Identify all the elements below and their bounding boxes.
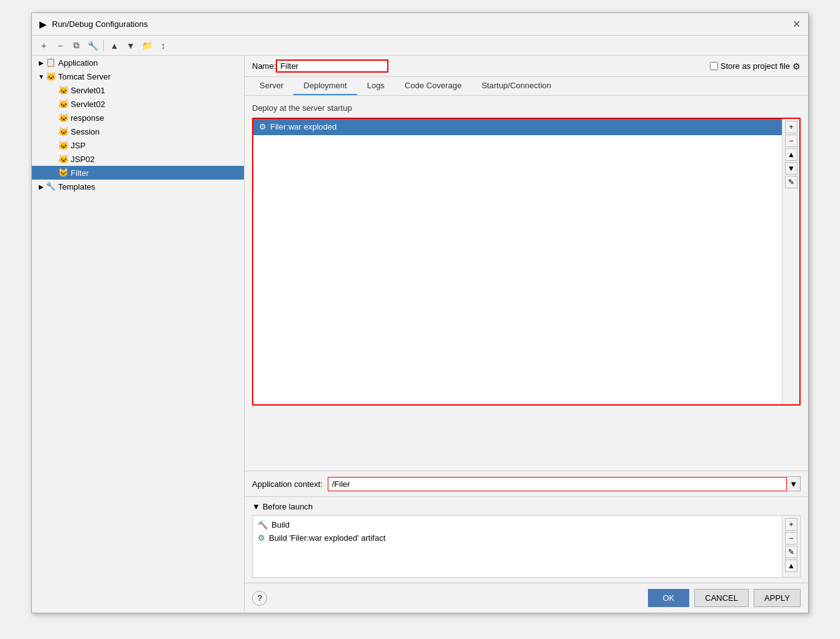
deploy-add-button[interactable]: + xyxy=(785,121,797,133)
dialog-title: Run/Debug Configurations xyxy=(52,19,148,29)
name-row: Name: Store as project file ⚙ xyxy=(245,56,808,77)
session-icon: 🐱 xyxy=(58,126,68,136)
deploy-section-label: Deploy at the server startup xyxy=(252,103,801,113)
deploy-up-button[interactable]: ▲ xyxy=(785,148,797,161)
application-icon: 📋 xyxy=(46,58,56,68)
toolbar-separator xyxy=(103,40,104,51)
launch-side-buttons: + − ✎ ▲ xyxy=(782,516,800,577)
sort-button[interactable]: ↕ xyxy=(156,39,170,53)
toolbar: + − ⧉ 🔧 ▲ ▼ 📁 ↕ xyxy=(32,36,808,56)
deploy-edit-button[interactable]: ✎ xyxy=(785,176,797,188)
tabs-bar: Server Deployment Logs Code Coverage Sta… xyxy=(245,77,808,96)
sidebar-item-tomcat-server[interactable]: ▼ 🐱 Tomcat Server xyxy=(32,69,244,83)
tab-deployment[interactable]: Deployment xyxy=(293,77,357,95)
before-launch-arrow[interactable]: ▼ xyxy=(252,502,260,511)
launch-add-button[interactable]: + xyxy=(785,518,797,531)
sidebar-item-jsp-label: JSP xyxy=(71,141,86,150)
tab-startup-connection[interactable]: Startup/Connection xyxy=(472,77,561,95)
servlet02-icon: 🐱 xyxy=(58,99,68,109)
app-context-input[interactable] xyxy=(328,477,787,491)
sidebar-item-jsp02[interactable]: ▶ 🐱 JSP02 xyxy=(32,152,244,166)
edit-config-button[interactable]: 🔧 xyxy=(86,39,99,53)
jsp02-icon: 🐱 xyxy=(58,154,68,164)
copy-config-button[interactable]: ⧉ xyxy=(69,39,83,53)
launch-item-build-artifact[interactable]: ⚙ Build 'Filer:war exploded' artifact xyxy=(255,531,779,544)
before-launch-section: ▼ Before launch 🔨 Build ⚙ Build 'Filer:w… xyxy=(245,496,808,583)
sidebar-item-response-label: response xyxy=(71,113,104,123)
launch-item-build-label: Build xyxy=(271,520,290,529)
tomcat-icon: 🐱 xyxy=(46,71,56,81)
response-icon: 🐱 xyxy=(58,113,68,123)
move-down-button[interactable]: ▼ xyxy=(124,39,138,53)
sidebar-item-session-label: Session xyxy=(71,127,99,136)
sidebar-item-templates[interactable]: ▶ 🔧 Templates xyxy=(32,180,244,193)
deploy-side-buttons: + − ▲ ▼ ✎ xyxy=(782,118,800,405)
name-label: Name: xyxy=(252,61,276,71)
action-buttons: OK CANCEL APPLY xyxy=(648,589,801,607)
store-row: Store as project file ⚙ xyxy=(710,61,801,71)
deploy-list: ⚙ Filer:war exploded xyxy=(253,118,782,405)
sidebar: ▶ 📋 Application ▼ 🐱 Tomcat Server ▶ 🐱 Se… xyxy=(32,56,245,613)
name-input[interactable] xyxy=(276,59,388,73)
launch-items: 🔨 Build ⚙ Build 'Filer:war exploded' art… xyxy=(253,516,782,577)
sidebar-item-jsp[interactable]: ▶ 🐱 JSP xyxy=(32,138,244,152)
filer-war-label: Filer:war exploded xyxy=(270,122,337,131)
servlet01-icon: 🐱 xyxy=(58,85,68,95)
sidebar-item-filter[interactable]: ▶ 🐱 Filter xyxy=(32,166,244,180)
main-content: ▶ 📋 Application ▼ 🐱 Tomcat Server ▶ 🐱 Se… xyxy=(32,56,808,613)
title-bar: ▶ Run/Debug Configurations ✕ xyxy=(32,13,808,36)
sidebar-item-response[interactable]: ▶ 🐱 response xyxy=(32,111,244,125)
deploy-list-container: ⚙ Filer:war exploded + − ▲ ▼ ✎ xyxy=(252,118,801,406)
expand-arrow-templates: ▶ xyxy=(37,182,46,191)
deploy-remove-button[interactable]: − xyxy=(785,135,797,147)
folder-button[interactable]: 📁 xyxy=(140,39,154,53)
sidebar-item-session[interactable]: ▶ 🐱 Session xyxy=(32,125,244,138)
deploy-item-filer-war[interactable]: ⚙ Filer:war exploded xyxy=(253,118,782,135)
run-debug-dialog: ▶ Run/Debug Configurations ✕ + − ⧉ 🔧 ▲ ▼… xyxy=(31,13,809,613)
panel-content: Deploy at the server startup ⚙ Filer:war… xyxy=(245,96,808,471)
store-label: Store as project file xyxy=(721,61,790,71)
filter-icon: 🐱 xyxy=(58,168,68,178)
remove-config-button[interactable]: − xyxy=(53,39,67,53)
before-launch-header: ▼ Before launch xyxy=(252,502,801,511)
sidebar-item-filter-label: Filter xyxy=(71,168,89,178)
right-panel: Name: Store as project file ⚙ Server Dep… xyxy=(245,56,808,613)
app-context-dropdown[interactable]: ▼ xyxy=(787,476,801,491)
before-launch-list: 🔨 Build ⚙ Build 'Filer:war exploded' art… xyxy=(252,515,801,578)
cancel-button[interactable]: CANCEL xyxy=(694,589,749,607)
build-artifact-icon: ⚙ xyxy=(258,533,265,543)
templates-icon: 🔧 xyxy=(46,181,56,192)
sidebar-item-servlet02-label: Servlet02 xyxy=(71,100,105,109)
before-launch-label: Before launch xyxy=(263,502,313,511)
tab-code-coverage[interactable]: Code Coverage xyxy=(395,77,472,95)
settings-icon[interactable]: ⚙ xyxy=(792,61,801,71)
store-checkbox[interactable] xyxy=(710,62,718,70)
app-context-label: Application context: xyxy=(252,479,323,489)
tab-logs[interactable]: Logs xyxy=(357,77,395,95)
deploy-down-button[interactable]: ▼ xyxy=(785,162,797,175)
sidebar-item-tomcat-label: Tomcat Server xyxy=(58,72,111,81)
footer-buttons: ? OK CANCEL APPLY xyxy=(245,583,808,613)
tab-server[interactable]: Server xyxy=(250,77,293,95)
expand-arrow-tomcat: ▼ xyxy=(37,72,46,81)
sidebar-item-application-label: Application xyxy=(58,58,98,68)
app-context-row: Application context: ▼ xyxy=(245,471,808,496)
help-button[interactable]: ? xyxy=(252,591,267,606)
build-icon: 🔨 xyxy=(258,520,268,529)
sidebar-item-application[interactable]: ▶ 📋 Application xyxy=(32,56,244,69)
launch-up-button[interactable]: ▲ xyxy=(785,560,797,572)
close-button[interactable]: ✕ xyxy=(792,18,801,30)
ok-button[interactable]: OK xyxy=(648,589,690,607)
sidebar-item-jsp02-label: JSP02 xyxy=(71,155,94,164)
launch-edit-button[interactable]: ✎ xyxy=(785,546,797,558)
dialog-run-icon: ▶ xyxy=(39,19,47,30)
sidebar-item-servlet01[interactable]: ▶ 🐱 Servlet01 xyxy=(32,83,244,97)
sidebar-item-servlet02[interactable]: ▶ 🐱 Servlet02 xyxy=(32,97,244,111)
filer-war-icon: ⚙ xyxy=(259,122,266,131)
jsp-icon: 🐱 xyxy=(58,140,68,150)
apply-button[interactable]: APPLY xyxy=(754,589,801,607)
launch-item-build[interactable]: 🔨 Build xyxy=(255,518,779,531)
launch-remove-button[interactable]: − xyxy=(785,532,797,544)
move-up-button[interactable]: ▲ xyxy=(108,39,121,53)
add-config-button[interactable]: + xyxy=(37,39,51,53)
